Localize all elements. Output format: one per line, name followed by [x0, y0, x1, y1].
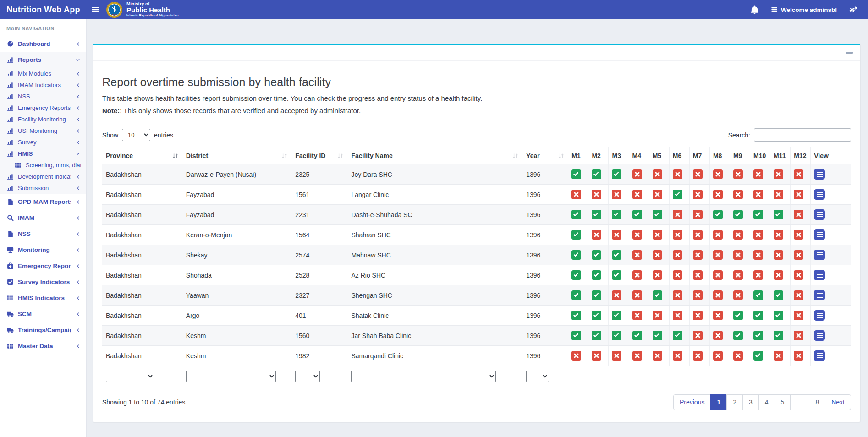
cell-view [811, 346, 851, 366]
sidebar-item-emergency-reports[interactable]: Emergency Reports [0, 102, 86, 114]
sidebar-item-imam[interactable]: IMAM [0, 210, 86, 226]
file-icon [7, 198, 14, 205]
filter-province-select[interactable] [106, 371, 154, 382]
not-submitted-status-icon [713, 311, 723, 320]
sidebar-item-development-indicators[interactable]: Development indicators [0, 171, 86, 182]
sidebar-item-nss[interactable]: NSS [0, 226, 86, 242]
column-header-facility-name[interactable]: Facility Name [347, 147, 522, 164]
column-header-province[interactable]: Province [102, 147, 182, 164]
table-row: BadakhshanKeshm1560Jar Shah Baba Clinic1… [102, 326, 851, 346]
cell-m11 [770, 285, 791, 306]
submitted-status-icon [571, 169, 581, 179]
filter-district-select[interactable] [186, 371, 276, 382]
sidebar-item-facility-monitoring[interactable]: Facility Monitoring [0, 114, 86, 125]
pagination-previous-button[interactable]: Previous [673, 394, 711, 410]
view-report-button[interactable] [814, 229, 825, 240]
column-header-year[interactable]: Year [522, 147, 568, 164]
pagination-page-button[interactable]: 4 [758, 394, 775, 410]
cell-m1 [568, 265, 588, 285]
view-report-button[interactable] [814, 250, 825, 260]
not-submitted-status-icon [794, 190, 803, 199]
view-report-button[interactable] [814, 169, 825, 180]
pagination-page-button[interactable]: 1 [710, 394, 727, 410]
sidebar-item-usi-monitoring[interactable]: USI Monitoring [0, 125, 86, 137]
not-submitted-status-icon [571, 351, 581, 361]
sidebar-toggle-icon[interactable] [91, 6, 99, 13]
pagination-page-button[interactable]: 5 [775, 394, 791, 410]
cell-facility_id: 401 [291, 306, 347, 326]
pagination-page-button[interactable]: 2 [726, 394, 743, 410]
sidebar-item-imam-indicators[interactable]: IMAM Indicators [0, 79, 86, 91]
settings-gears-icon[interactable] [849, 6, 858, 14]
cell-m2 [588, 225, 609, 245]
filter-facility-name-select[interactable] [351, 371, 496, 382]
sidebar-item-hmis-indicators[interactable]: HMIS Indicators [0, 290, 86, 306]
column-header-facility-id[interactable]: Facility ID [291, 147, 347, 164]
filter-facility-id-select[interactable] [295, 371, 320, 382]
cell-m6 [669, 285, 689, 306]
cell-facility_name: Mahnaw SHC [347, 245, 522, 265]
cell-m6 [669, 164, 689, 185]
page-length-select[interactable]: 10 [122, 129, 150, 141]
view-report-button[interactable] [814, 270, 825, 280]
page-length-control: Show 10 entries [102, 129, 173, 141]
sidebar-item-hmis[interactable]: HMIS [0, 148, 86, 159]
sidebar-item-survey[interactable]: Survey [0, 137, 86, 148]
submitted-status-icon [713, 210, 723, 219]
list-icon [817, 293, 823, 298]
sidebar-item-opd-mam-reports[interactable]: OPD-MAM Reports [0, 194, 86, 210]
view-report-button[interactable] [814, 290, 825, 300]
pagination-page-button[interactable]: 3 [742, 394, 759, 410]
sidebar-item-reports[interactable]: Reports [0, 52, 86, 68]
view-report-button[interactable] [814, 209, 825, 220]
sidebar-item-screening-mms-diarrhea[interactable]: Screening, mms, diarrhea, [0, 159, 86, 171]
pagination-page-button[interactable]: 8 [809, 394, 825, 410]
sidebar-item-master-data[interactable]: Master Data [0, 338, 86, 354]
desktop-icon [7, 246, 14, 253]
column-filter-row [102, 366, 851, 387]
pagination-next-button[interactable]: Next [825, 394, 851, 410]
sidebar-item-submission[interactable]: Submission [0, 182, 86, 194]
user-menu[interactable]: Welcome adminsbl [771, 6, 837, 13]
sidebar-item-nss[interactable]: NSS [0, 91, 86, 102]
sidebar-item-label: Screening, mms, diarrhea, [26, 162, 81, 169]
filter-year-select[interactable] [526, 371, 549, 382]
cell-m3 [609, 225, 629, 245]
sidebar-item-label: Trainings/Campaigns [18, 327, 71, 333]
cell-m9 [730, 225, 750, 245]
sidebar-item-monitoring[interactable]: Monitoring [0, 242, 86, 258]
sidebar-item-emergency-reporting[interactable]: Emergency Reporting [0, 258, 86, 274]
sidebar-item-trainings-campaigns[interactable]: Trainings/Campaigns [0, 322, 86, 338]
sidebar-item-scm[interactable]: SCM [0, 306, 86, 322]
file-icon [7, 230, 14, 237]
search-input[interactable] [754, 128, 851, 142]
not-submitted-status-icon [592, 230, 601, 240]
cell-m4 [629, 346, 649, 366]
sidebar-item-label: Development indicators [18, 173, 71, 180]
sidebar-item-label: IMAM [18, 214, 71, 221]
list-icon [817, 232, 823, 237]
cell-view [811, 205, 851, 225]
cell-m12 [791, 225, 811, 245]
column-header-district[interactable]: District [182, 147, 291, 164]
sidebar-item-label: Facility Monitoring [18, 116, 71, 123]
sidebar-item-mix-modules[interactable]: Mix Modules [0, 68, 86, 79]
sidebar-item-survey-indicators[interactable]: Survey Indicators [0, 274, 86, 290]
notifications-bell-icon[interactable] [750, 5, 759, 14]
submitted-status-icon [571, 290, 581, 300]
view-report-button[interactable] [814, 189, 825, 200]
app-logo[interactable]: Nutrition Web App [0, 5, 87, 15]
cell-m8 [709, 326, 730, 346]
table-footer: Showing 1 to 10 of 74 entries Previous12… [102, 394, 851, 410]
cell-m11 [770, 326, 791, 346]
cell-m7 [689, 306, 709, 326]
submitted-status-icon [632, 331, 642, 340]
view-report-button[interactable] [814, 310, 825, 321]
collapse-card-icon[interactable] [846, 52, 853, 54]
view-report-button[interactable] [814, 330, 825, 341]
cell-m12 [791, 306, 811, 326]
cell-facility_name: Samarqandi Clinic [347, 346, 522, 366]
view-report-button[interactable] [814, 350, 825, 361]
sidebar-item-dashboard[interactable]: Dashboard [0, 36, 86, 52]
cell-district: Keshm [182, 326, 291, 346]
